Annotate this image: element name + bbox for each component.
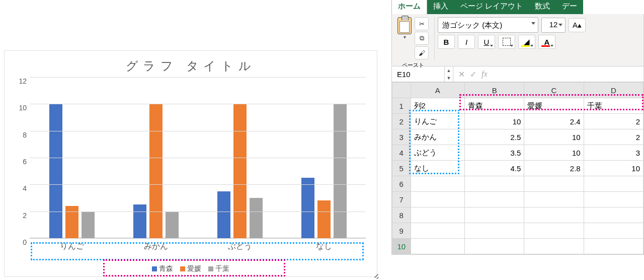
cell[interactable]	[411, 176, 465, 192]
cell[interactable]: 2.4	[524, 114, 584, 129]
cell[interactable]: 千葉	[584, 98, 643, 114]
cell[interactable]	[584, 207, 643, 223]
ribbon-tab[interactable]: ページ レイアウト	[454, 0, 529, 14]
bar-愛媛-ぶどう[interactable]	[233, 104, 247, 238]
ribbon-tab[interactable]: ホーム	[391, 0, 427, 14]
cell[interactable]: 2	[584, 129, 643, 145]
cell[interactable]: ぶどう	[411, 145, 465, 161]
cell[interactable]	[584, 176, 643, 192]
borders-button[interactable]	[498, 35, 515, 49]
spreadsheet[interactable]: ABCD1列2青森愛媛千葉2りんご102.423みかん2.51024ぶどう3.5…	[391, 82, 644, 255]
row-header[interactable]: 10	[392, 239, 411, 254]
chart-container[interactable]: グラフ タイトル 024681012 りんごみかんぶどうなし 青森愛媛千葉	[4, 50, 377, 277]
cancel-icon[interactable]: ✕	[458, 69, 465, 79]
column-header[interactable]: D	[584, 83, 643, 98]
chart-title: グラフ タイトル	[5, 51, 377, 77]
format-painter-button[interactable]: 🖌	[415, 46, 429, 59]
column-header[interactable]: C	[524, 83, 584, 98]
ribbon: ▾ ✂ ⧉ 🖌 ペースト 游ゴシック (本	[391, 14, 644, 66]
column-header[interactable]: A	[411, 83, 465, 98]
cell[interactable]: 青森	[465, 98, 524, 114]
cell[interactable]: 2.8	[524, 161, 584, 176]
font-size-select[interactable]: 12	[541, 18, 566, 33]
grid[interactable]: ABCD1列2青森愛媛千葉2りんご102.423みかん2.51024ぶどう3.5…	[392, 82, 643, 254]
y-tick: 0	[10, 238, 27, 246]
cut-button[interactable]: ✂	[415, 17, 429, 30]
row-header[interactable]: 8	[392, 207, 411, 223]
cell[interactable]	[465, 239, 524, 254]
row-header[interactable]: 6	[392, 176, 411, 192]
cell[interactable]	[524, 176, 584, 192]
paste-button[interactable]: ▾	[397, 17, 412, 40]
row-header[interactable]: 9	[392, 223, 411, 239]
bar-青森-ぶどう[interactable]	[217, 191, 230, 238]
cell[interactable]: 10	[524, 145, 584, 161]
cell[interactable]: なし	[411, 161, 465, 176]
bar-千葉-りんご[interactable]	[82, 212, 95, 238]
cell[interactable]: みかん	[411, 129, 465, 145]
italic-button[interactable]: I	[458, 35, 475, 49]
cell[interactable]: 2.5	[465, 129, 524, 145]
cell[interactable]: 10	[524, 129, 584, 145]
cell[interactable]	[584, 192, 643, 207]
row-header[interactable]: 2	[392, 114, 411, 129]
font-name-select[interactable]: 游ゴシック (本文)	[438, 17, 538, 33]
cell[interactable]	[584, 239, 643, 254]
fx-icon[interactable]: fx	[481, 69, 488, 79]
cell[interactable]	[465, 176, 524, 192]
bar-千葉-ぶどう[interactable]	[250, 198, 263, 238]
x-category-label: みかん	[144, 241, 168, 252]
cell[interactable]: 列2	[411, 98, 465, 114]
cell[interactable]: 2	[584, 114, 643, 129]
enter-icon[interactable]: ✓	[470, 69, 476, 79]
cell[interactable]	[524, 239, 584, 254]
bar-愛媛-りんご[interactable]	[65, 206, 78, 238]
name-box-spinner[interactable]: ▲▼	[445, 66, 453, 82]
x-category-label: ぶどう	[228, 241, 252, 252]
cell[interactable]	[411, 192, 465, 207]
cell[interactable]	[465, 192, 524, 207]
underline-button[interactable]: U	[478, 35, 495, 49]
bar-千葉-みかん[interactable]	[166, 212, 179, 238]
cell[interactable]	[411, 207, 465, 223]
font-group: 游ゴシック (本文) 12 A▴ B I U ◢	[438, 17, 586, 49]
cell[interactable]	[465, 223, 524, 239]
cell[interactable]	[465, 207, 524, 223]
chart-resize-handle[interactable]	[372, 271, 379, 278]
cell[interactable]: りんご	[411, 114, 465, 129]
cell[interactable]: 3.5	[465, 145, 524, 161]
cell[interactable]: 愛媛	[524, 98, 584, 114]
ribbon-tab[interactable]: 数式	[529, 0, 556, 14]
cell[interactable]	[524, 207, 584, 223]
copy-button[interactable]: ⧉	[415, 32, 429, 45]
bar-青森-みかん[interactable]	[133, 204, 146, 238]
row-header[interactable]: 7	[392, 192, 411, 207]
cell[interactable]	[411, 223, 465, 239]
cell[interactable]	[411, 239, 465, 254]
row-header[interactable]: 5	[392, 161, 411, 176]
bold-button[interactable]: B	[438, 35, 455, 49]
row-header[interactable]: 4	[392, 145, 411, 161]
column-header[interactable]: B	[465, 83, 524, 98]
row-header[interactable]: 3	[392, 129, 411, 145]
cell[interactable]	[524, 223, 584, 239]
cell[interactable]: 4.5	[465, 161, 524, 176]
cell[interactable]: 10	[584, 161, 643, 176]
select-all-corner[interactable]	[392, 83, 411, 98]
bar-千葉-なし[interactable]	[334, 104, 347, 238]
bar-愛媛-なし[interactable]	[317, 200, 331, 238]
increase-font-button[interactable]: A▴	[569, 18, 586, 32]
ribbon-tab[interactable]: デー	[556, 0, 583, 14]
bar-愛媛-みかん[interactable]	[149, 104, 163, 238]
row-header[interactable]: 1	[392, 98, 411, 114]
bar-青森-なし[interactable]	[301, 178, 314, 238]
cell[interactable]	[524, 192, 584, 207]
font-color-button[interactable]: A	[538, 35, 555, 49]
y-tick: 10	[10, 104, 27, 112]
ribbon-tab[interactable]: 挿入	[427, 0, 454, 14]
bar-青森-りんご[interactable]	[49, 104, 62, 238]
cell[interactable]: 3	[584, 145, 643, 161]
fill-color-button[interactable]: ◢	[518, 35, 535, 49]
cell[interactable]	[584, 223, 643, 239]
cell[interactable]: 10	[465, 114, 524, 129]
